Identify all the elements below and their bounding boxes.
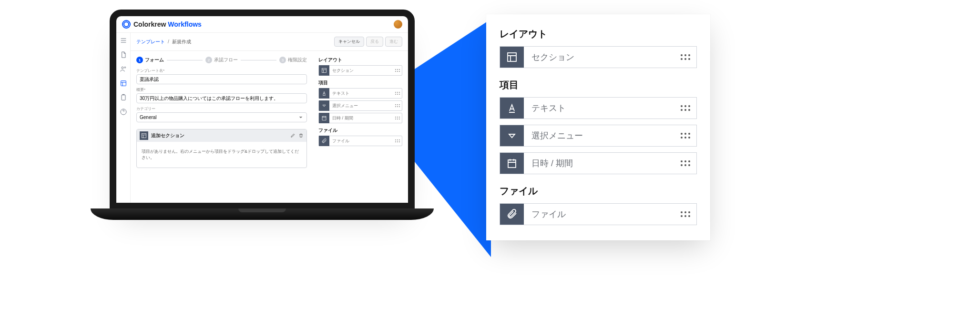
desc-input[interactable] xyxy=(136,93,307,103)
template-icon[interactable] xyxy=(120,79,127,87)
form-column: 1フォーム 2承認フロー 3権限設定 テンプレート名* xyxy=(131,51,313,203)
drag-handle-icon[interactable] xyxy=(393,139,402,142)
calendar-icon xyxy=(319,113,329,123)
side-rail xyxy=(116,33,131,203)
drag-handle-icon[interactable] xyxy=(674,47,696,68)
palette-datetime-tile[interactable]: 日時 / 期間 xyxy=(318,113,402,123)
palette-layout-title: レイアウト xyxy=(318,57,402,63)
cancel-button[interactable]: キャンセル xyxy=(334,37,364,47)
next-button[interactable]: 進む xyxy=(385,37,402,47)
document-icon[interactable] xyxy=(120,51,127,59)
zoom-connector xyxy=(415,19,491,257)
palette-text-tile[interactable]: テキスト xyxy=(318,88,402,99)
category-label: カテゴリー xyxy=(136,106,307,111)
dropdown-icon xyxy=(500,125,524,146)
desc-field: 概要* xyxy=(136,87,307,103)
calendar-icon xyxy=(500,153,524,174)
edit-icon[interactable] xyxy=(290,133,296,139)
breadcrumb-sep: / xyxy=(168,39,169,44)
template-name-label: テンプレート名* xyxy=(136,68,307,73)
drag-handle-icon[interactable] xyxy=(393,92,402,95)
section-title: 追加セクション xyxy=(151,132,184,139)
svg-rect-3 xyxy=(122,95,125,100)
help-icon[interactable] xyxy=(120,108,127,116)
drag-handle-icon[interactable] xyxy=(393,104,402,107)
svg-marker-8 xyxy=(415,19,491,257)
stepper: 1フォーム 2承認フロー 3権限設定 xyxy=(136,57,307,63)
zoom-items-title: 項目 xyxy=(500,79,697,91)
zoom-layout-title: レイアウト xyxy=(500,28,697,40)
avatar[interactable] xyxy=(394,20,402,29)
form-section: 追加セクション 項目がありません。右のメニューから項目をドラッグ&ドロップして追… xyxy=(136,129,307,168)
brand-text-b: Workflows xyxy=(168,20,202,28)
step-approval[interactable]: 2承認フロー xyxy=(205,57,238,63)
section-icon xyxy=(319,65,329,76)
zoom-items-group: 項目 テキスト 選択メニュー 日時 / 期間 xyxy=(500,79,697,174)
menu-icon[interactable] xyxy=(120,37,127,44)
breadcrumb: テンプレート / 新規作成 キャンセル 戻る 進む xyxy=(131,33,408,51)
drag-handle-icon[interactable] xyxy=(393,117,402,119)
zoom-select-tile[interactable]: 選択メニュー xyxy=(500,125,697,147)
users-icon[interactable] xyxy=(120,65,127,73)
palette-items-title: 項目 xyxy=(318,79,402,86)
drag-handle-icon[interactable] xyxy=(674,98,696,119)
svg-rect-9 xyxy=(508,53,516,61)
drag-handle-icon[interactable] xyxy=(674,125,696,146)
delete-icon[interactable] xyxy=(298,133,304,139)
text-icon xyxy=(319,88,329,99)
category-select[interactable] xyxy=(136,112,307,122)
palette-file-tile[interactable]: ファイル xyxy=(318,136,402,146)
zoom-text-tile[interactable]: テキスト xyxy=(500,97,697,119)
palette-file-group: ファイル ファイル xyxy=(318,127,402,146)
template-name-input[interactable] xyxy=(136,74,307,84)
svg-point-1 xyxy=(124,67,126,68)
brand-logo-icon xyxy=(122,20,131,29)
breadcrumb-current: 新規作成 xyxy=(172,39,191,45)
attachment-icon xyxy=(500,204,524,225)
zoom-section-tile[interactable]: セクション xyxy=(500,46,697,68)
palette-select-tile[interactable]: 選択メニュー xyxy=(318,100,402,111)
laptop-device: Colorkrew Workflows テンプレート / xyxy=(105,10,419,233)
dropdown-icon xyxy=(319,100,329,111)
palette-column: レイアウト セクション 項目 xyxy=(313,51,408,203)
template-name-field: テンプレート名* xyxy=(136,68,307,84)
drag-handle-icon[interactable] xyxy=(393,69,402,72)
category-field: カテゴリー xyxy=(136,106,307,122)
svg-rect-5 xyxy=(142,134,146,138)
svg-rect-7 xyxy=(322,117,326,120)
palette-layout-group: レイアウト セクション xyxy=(318,57,402,76)
attachment-icon xyxy=(319,136,329,146)
text-icon xyxy=(500,98,524,119)
drag-handle-icon[interactable] xyxy=(674,204,696,225)
section-icon xyxy=(140,131,148,140)
section-icon xyxy=(500,47,524,68)
clipboard-icon[interactable] xyxy=(120,94,127,101)
zoom-file-group: ファイル ファイル xyxy=(500,185,697,225)
palette-items-group: 項目 テキスト 選択メニュー xyxy=(318,79,402,123)
desc-label: 概要* xyxy=(136,87,307,92)
svg-rect-2 xyxy=(121,81,126,86)
palette-file-title: ファイル xyxy=(318,127,402,134)
zoom-layout-group: レイアウト セクション xyxy=(500,28,697,68)
brand: Colorkrew Workflows xyxy=(122,20,202,29)
breadcrumb-link[interactable]: テンプレート xyxy=(136,39,165,45)
section-empty-text: 項目がありません。右のメニューから項目をドラッグ&ドロップして追加してください。 xyxy=(137,142,306,168)
zoom-panel: レイアウト セクション 項目 テキスト 選択メニュー 日時 / 期間 ファイル xyxy=(486,14,710,240)
zoom-file-tile[interactable]: ファイル xyxy=(500,203,697,225)
brand-text-a: Colorkrew xyxy=(133,20,166,28)
svg-rect-10 xyxy=(508,160,516,168)
zoom-file-title: ファイル xyxy=(500,185,697,198)
svg-point-0 xyxy=(122,67,123,69)
step-permission[interactable]: 3権限設定 xyxy=(279,57,307,63)
back-button[interactable]: 戻る xyxy=(366,37,383,47)
app-screen: Colorkrew Workflows テンプレート / xyxy=(116,16,408,203)
laptop-base xyxy=(91,208,434,220)
svg-rect-6 xyxy=(322,69,327,73)
topbar: Colorkrew Workflows xyxy=(116,16,408,33)
zoom-datetime-tile[interactable]: 日時 / 期間 xyxy=(500,152,697,174)
screen-bezel: Colorkrew Workflows テンプレート / xyxy=(110,10,415,209)
step-form[interactable]: 1フォーム xyxy=(136,57,164,63)
main-area: テンプレート / 新規作成 キャンセル 戻る 進む 1フォーム xyxy=(131,33,408,203)
palette-section-tile[interactable]: セクション xyxy=(318,65,402,76)
drag-handle-icon[interactable] xyxy=(674,153,696,174)
